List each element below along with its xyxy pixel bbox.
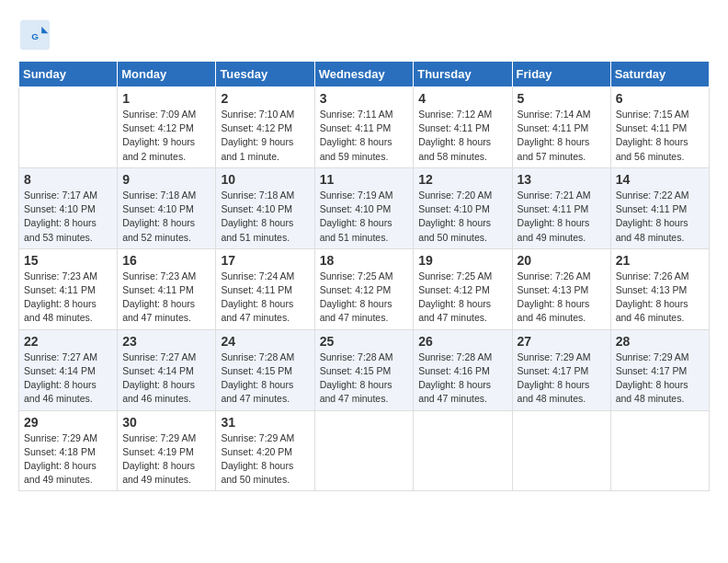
calendar-cell: 21Sunrise: 7:26 AMSunset: 4:13 PMDayligh…: [610, 248, 709, 329]
day-number: 8: [24, 172, 112, 187]
day-number: 25: [320, 334, 409, 349]
cell-info: Sunrise: 7:17 AMSunset: 4:10 PMDaylight:…: [24, 189, 112, 245]
calendar-cell: 1Sunrise: 7:09 AMSunset: 4:12 PMDaylight…: [118, 87, 216, 168]
day-number: 2: [221, 91, 309, 106]
cell-info: Sunrise: 7:29 AMSunset: 4:17 PMDaylight:…: [616, 350, 704, 407]
calendar-day-header: Thursday: [414, 62, 512, 87]
day-number: 22: [24, 334, 112, 349]
day-number: 13: [518, 172, 606, 187]
day-number: 3: [320, 91, 409, 106]
calendar-header-row: SundayMondayTuesdayWednesdayThursdayFrid…: [19, 62, 710, 87]
calendar-cell: [512, 410, 610, 491]
calendar-table: SundayMondayTuesdayWednesdayThursdayFrid…: [18, 61, 710, 491]
cell-info: Sunrise: 7:23 AMSunset: 4:11 PMDaylight:…: [122, 270, 210, 326]
calendar-cell: 25Sunrise: 7:28 AMSunset: 4:15 PMDayligh…: [314, 329, 414, 410]
day-number: 9: [122, 172, 210, 187]
day-number: 10: [221, 172, 309, 187]
day-number: 30: [122, 415, 210, 430]
calendar-cell: 13Sunrise: 7:21 AMSunset: 4:11 PMDayligh…: [512, 167, 610, 248]
day-number: 11: [320, 172, 409, 187]
calendar-cell: 11Sunrise: 7:19 AMSunset: 4:10 PMDayligh…: [314, 167, 414, 248]
cell-info: Sunrise: 7:27 AMSunset: 4:14 PMDaylight:…: [24, 350, 112, 407]
logo-icon: G: [18, 18, 51, 52]
calendar-cell: 14Sunrise: 7:22 AMSunset: 4:11 PMDayligh…: [610, 167, 709, 248]
calendar-day-header: Wednesday: [314, 62, 414, 87]
calendar-cell: 17Sunrise: 7:24 AMSunset: 4:11 PMDayligh…: [216, 248, 314, 329]
calendar-day-header: Friday: [512, 62, 610, 87]
day-number: 6: [616, 91, 704, 106]
day-number: 20: [518, 253, 606, 268]
day-number: 31: [221, 415, 309, 430]
calendar-cell: 18Sunrise: 7:25 AMSunset: 4:12 PMDayligh…: [314, 248, 414, 329]
calendar-week-row: 1Sunrise: 7:09 AMSunset: 4:12 PMDaylight…: [19, 87, 710, 168]
day-number: 21: [616, 253, 704, 268]
cell-info: Sunrise: 7:15 AMSunset: 4:11 PMDaylight:…: [616, 108, 704, 164]
calendar-week-row: 22Sunrise: 7:27 AMSunset: 4:14 PMDayligh…: [19, 329, 710, 410]
calendar-cell: 12Sunrise: 7:20 AMSunset: 4:10 PMDayligh…: [414, 167, 512, 248]
day-number: 29: [24, 415, 112, 430]
calendar-week-row: 29Sunrise: 7:29 AMSunset: 4:18 PMDayligh…: [19, 410, 710, 491]
cell-info: Sunrise: 7:23 AMSunset: 4:11 PMDaylight:…: [24, 270, 112, 326]
cell-info: Sunrise: 7:25 AMSunset: 4:12 PMDaylight:…: [418, 270, 506, 326]
day-number: 1: [122, 91, 210, 106]
calendar-cell: 31Sunrise: 7:29 AMSunset: 4:20 PMDayligh…: [216, 410, 314, 491]
calendar-cell: 4Sunrise: 7:12 AMSunset: 4:11 PMDaylight…: [414, 87, 512, 168]
day-number: 5: [518, 91, 606, 106]
calendar-cell: 28Sunrise: 7:29 AMSunset: 4:17 PMDayligh…: [610, 329, 709, 410]
day-number: 18: [320, 253, 409, 268]
calendar-day-header: Sunday: [19, 62, 118, 87]
calendar-cell: 22Sunrise: 7:27 AMSunset: 4:14 PMDayligh…: [19, 329, 118, 410]
calendar-cell: 9Sunrise: 7:18 AMSunset: 4:10 PMDaylight…: [118, 167, 216, 248]
day-number: 24: [221, 334, 309, 349]
cell-info: Sunrise: 7:26 AMSunset: 4:13 PMDaylight:…: [616, 270, 704, 326]
calendar-cell: 8Sunrise: 7:17 AMSunset: 4:10 PMDaylight…: [19, 167, 118, 248]
calendar-cell: [314, 410, 414, 491]
day-number: 28: [616, 334, 704, 349]
cell-info: Sunrise: 7:19 AMSunset: 4:10 PMDaylight:…: [320, 189, 409, 245]
calendar-week-row: 15Sunrise: 7:23 AMSunset: 4:11 PMDayligh…: [19, 248, 710, 329]
calendar-day-header: Saturday: [610, 62, 709, 87]
day-number: 4: [418, 91, 506, 106]
cell-info: Sunrise: 7:27 AMSunset: 4:14 PMDaylight:…: [122, 350, 210, 407]
calendar-cell: 23Sunrise: 7:27 AMSunset: 4:14 PMDayligh…: [118, 329, 216, 410]
calendar-cell: 20Sunrise: 7:26 AMSunset: 4:13 PMDayligh…: [512, 248, 610, 329]
cell-info: Sunrise: 7:29 AMSunset: 4:18 PMDaylight:…: [24, 431, 112, 488]
day-number: 15: [24, 253, 112, 268]
day-number: 12: [418, 172, 506, 187]
page-header: G: [18, 18, 710, 52]
calendar-cell: 5Sunrise: 7:14 AMSunset: 4:11 PMDaylight…: [512, 87, 610, 168]
calendar-cell: 24Sunrise: 7:28 AMSunset: 4:15 PMDayligh…: [216, 329, 314, 410]
calendar-cell: 29Sunrise: 7:29 AMSunset: 4:18 PMDayligh…: [19, 410, 118, 491]
calendar-cell: 2Sunrise: 7:10 AMSunset: 4:12 PMDaylight…: [216, 87, 314, 168]
svg-text:G: G: [31, 31, 39, 41]
cell-info: Sunrise: 7:18 AMSunset: 4:10 PMDaylight:…: [122, 189, 210, 245]
cell-info: Sunrise: 7:29 AMSunset: 4:20 PMDaylight:…: [221, 431, 309, 488]
calendar-cell: [610, 410, 709, 491]
calendar-week-row: 8Sunrise: 7:17 AMSunset: 4:10 PMDaylight…: [19, 167, 710, 248]
cell-info: Sunrise: 7:21 AMSunset: 4:11 PMDaylight:…: [518, 189, 606, 245]
calendar-cell: 10Sunrise: 7:18 AMSunset: 4:10 PMDayligh…: [216, 167, 314, 248]
cell-info: Sunrise: 7:28 AMSunset: 4:16 PMDaylight:…: [418, 350, 506, 407]
cell-info: Sunrise: 7:12 AMSunset: 4:11 PMDaylight:…: [418, 108, 506, 164]
day-number: 26: [418, 334, 506, 349]
logo: G: [18, 18, 55, 52]
cell-info: Sunrise: 7:24 AMSunset: 4:11 PMDaylight:…: [221, 270, 309, 326]
calendar-cell: 6Sunrise: 7:15 AMSunset: 4:11 PMDaylight…: [610, 87, 709, 168]
day-number: 16: [122, 253, 210, 268]
calendar-cell: 16Sunrise: 7:23 AMSunset: 4:11 PMDayligh…: [118, 248, 216, 329]
cell-info: Sunrise: 7:28 AMSunset: 4:15 PMDaylight:…: [221, 350, 309, 407]
cell-info: Sunrise: 7:20 AMSunset: 4:10 PMDaylight:…: [418, 189, 506, 245]
calendar-day-header: Tuesday: [216, 62, 314, 87]
calendar-cell: 27Sunrise: 7:29 AMSunset: 4:17 PMDayligh…: [512, 329, 610, 410]
calendar-cell: [414, 410, 512, 491]
cell-info: Sunrise: 7:28 AMSunset: 4:15 PMDaylight:…: [320, 350, 409, 407]
day-number: 14: [616, 172, 704, 187]
cell-info: Sunrise: 7:10 AMSunset: 4:12 PMDaylight:…: [221, 108, 309, 164]
cell-info: Sunrise: 7:14 AMSunset: 4:11 PMDaylight:…: [518, 108, 606, 164]
calendar-cell: [19, 87, 118, 168]
calendar-cell: 19Sunrise: 7:25 AMSunset: 4:12 PMDayligh…: [414, 248, 512, 329]
day-number: 19: [418, 253, 506, 268]
cell-info: Sunrise: 7:29 AMSunset: 4:17 PMDaylight:…: [518, 350, 606, 407]
cell-info: Sunrise: 7:09 AMSunset: 4:12 PMDaylight:…: [122, 108, 210, 164]
calendar-cell: 3Sunrise: 7:11 AMSunset: 4:11 PMDaylight…: [314, 87, 414, 168]
